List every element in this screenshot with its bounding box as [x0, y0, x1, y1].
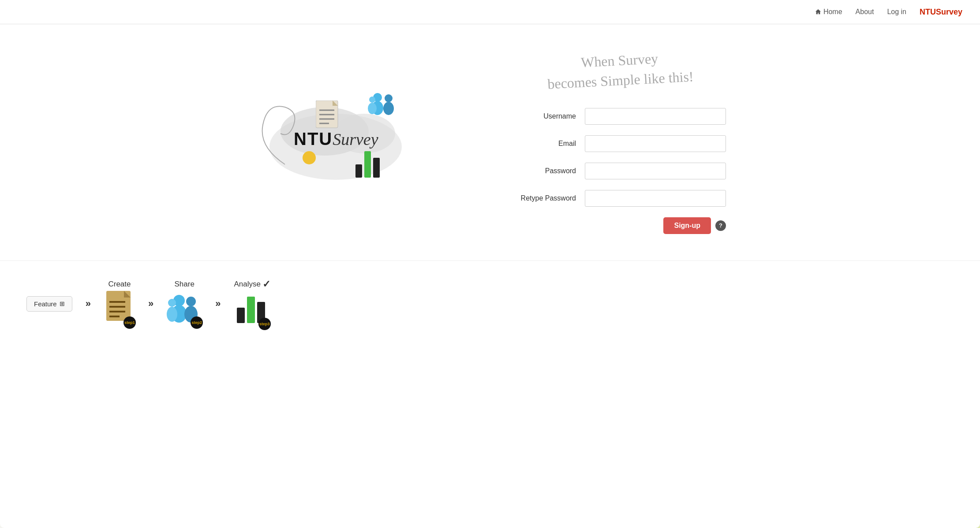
retype-label: Retype Password: [514, 194, 585, 202]
home-icon: [815, 9, 821, 15]
feature-button[interactable]: Feature ⊞: [26, 296, 72, 312]
people-icon: [367, 89, 400, 123]
step3-badge: step3: [258, 318, 271, 330]
navbar-links: Home About Log in NTUSurvey: [815, 7, 962, 17]
ntu-logo-text: NTU Survey: [294, 129, 378, 149]
step1-item: Create step1: [104, 280, 135, 328]
retype-password-row: Retype Password: [514, 190, 726, 207]
brand-link[interactable]: NTUSurvey: [920, 7, 962, 17]
svg-rect-30: [237, 308, 245, 323]
checkmark-icon: ✓: [262, 279, 270, 290]
svg-point-13: [369, 97, 375, 103]
login-label: Log in: [887, 8, 906, 16]
step2-icon-container: step2: [167, 291, 202, 328]
svg-rect-31: [247, 297, 255, 323]
navbar: Home About Log in NTUSurvey: [0, 0, 980, 24]
step3-icon-container: step3: [235, 292, 270, 329]
svg-rect-15: [355, 164, 362, 178]
feature-section: Feature ⊞ » Create step1 » Share: [0, 260, 980, 347]
step3-label: Analyse: [234, 280, 260, 289]
yellow-circle: [303, 151, 316, 164]
home-label: Home: [823, 8, 842, 16]
arrow-2: »: [148, 298, 153, 309]
svg-point-11: [385, 94, 393, 102]
survey-script: Survey: [333, 130, 378, 149]
svg-rect-16: [364, 151, 371, 178]
signup-button[interactable]: Sign-up: [663, 217, 711, 234]
svg-point-28: [168, 299, 176, 307]
tagline-line2: becomes Simple like this!: [547, 68, 694, 92]
email-label: Email: [514, 140, 585, 148]
logo-section: NTU Survey: [208, 42, 477, 243]
login-link[interactable]: Log in: [887, 8, 906, 16]
svg-point-26: [186, 297, 196, 306]
button-row: Sign-up ?: [514, 217, 726, 234]
password-row: Password: [514, 163, 726, 179]
username-row: Username: [514, 108, 726, 125]
email-row: Email: [514, 135, 726, 152]
document-icon: [316, 100, 342, 131]
retype-password-input[interactable]: [585, 190, 726, 207]
step1-label: Create: [108, 280, 131, 289]
brand-label: NTUSurvey: [920, 7, 962, 17]
main-content: NTU Survey When Survey becomes Simple li…: [181, 24, 799, 260]
grid-icon: ⊞: [60, 300, 65, 307]
step1-icon-container: step1: [104, 291, 135, 328]
step2-label: Share: [175, 280, 195, 289]
help-icon[interactable]: ?: [715, 220, 726, 231]
password-input[interactable]: [585, 163, 726, 179]
arrow-3: »: [215, 298, 221, 309]
arrow-1: »: [86, 298, 91, 309]
step2-item: Share step2: [167, 280, 202, 328]
logo-illustration: NTU Survey: [258, 76, 426, 208]
tagline: When Survey becomes Simple like this!: [546, 47, 694, 94]
password-label: Password: [514, 167, 585, 175]
svg-point-29: [167, 307, 177, 322]
svg-point-12: [383, 102, 394, 115]
form-section: When Survey becomes Simple like this! Us…: [477, 42, 763, 243]
svg-rect-17: [373, 158, 380, 178]
email-input[interactable]: [585, 135, 726, 152]
tagline-line1: When Survey: [580, 50, 658, 70]
home-link[interactable]: Home: [815, 8, 842, 16]
svg-point-14: [368, 103, 377, 114]
signup-form: Username Email Password Retype Password: [514, 108, 726, 234]
about-link[interactable]: About: [856, 8, 874, 16]
step1-badge: step1: [123, 316, 136, 329]
main-wrapper: NTU Survey When Survey becomes Simple li…: [0, 24, 980, 528]
step2-badge: step2: [191, 316, 203, 329]
username-label: Username: [514, 112, 585, 120]
step3-item: Analyse ✓ step3: [234, 279, 270, 329]
about-label: About: [856, 8, 874, 16]
feature-btn-label: Feature: [34, 300, 57, 308]
ntu-bold: NTU: [294, 129, 333, 149]
chart-icon: [355, 147, 384, 182]
spiral-decoration: [250, 81, 303, 169]
username-input[interactable]: [585, 108, 726, 125]
